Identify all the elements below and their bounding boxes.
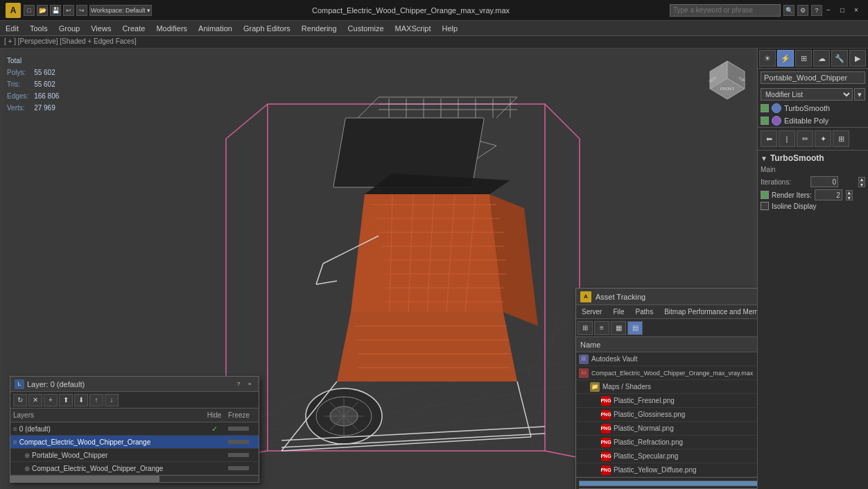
nav-cube[interactable]: FRONT LEFT TOP [703, 54, 752, 103]
menu-rendering[interactable]: Rendering [296, 21, 342, 35]
redo-btn[interactable]: ↪ [76, 5, 87, 16]
panel-icon-4[interactable]: ☁ [813, 50, 830, 67]
menu-group[interactable]: Group [53, 21, 86, 35]
save-btn[interactable]: 💾 [50, 5, 61, 16]
layer-row-compact2[interactable]: ⊕ Compact_Electric_Wood_Chipper_Orange [10, 462, 259, 475]
asset-row-mainfile-name: M Compact_Electric_Wood_Chipper_Orange_m… [576, 368, 757, 378]
layers-tb-move4[interactable]: ↓ [105, 394, 119, 406]
panel-tool-1[interactable]: ⬅ [761, 130, 777, 147]
viewport[interactable]: Total Polys: 55 602 Tris: 55 602 Edges: … [0, 49, 757, 489]
panel-icon-2[interactable]: ⚡ [777, 50, 794, 67]
asset-row-maps[interactable]: 📁 Maps / Shaders [576, 380, 757, 394]
window-controls: − □ × [822, 4, 862, 17]
new-btn[interactable]: □ [24, 5, 35, 16]
workspace-btn[interactable]: Workspace: Default ▾ [89, 5, 152, 16]
layers-question[interactable]: ? [234, 379, 243, 389]
menu-modifiers[interactable]: Modifiers [150, 21, 193, 35]
asset-row-gloss[interactable]: PNG Plastic_Glossiness.png Found [576, 408, 757, 422]
menu-views[interactable]: Views [85, 21, 116, 35]
panel-tool-5[interactable]: ⊞ [833, 130, 849, 147]
asset-row-refraction[interactable]: PNG Plastic_Refraction.png Found [576, 436, 757, 449]
search-btn[interactable]: 🔍 [783, 5, 795, 16]
ts-isoline-checkbox[interactable] [761, 202, 769, 210]
ts-render-input[interactable] [815, 189, 842, 200]
render-down[interactable]: ▼ [846, 196, 853, 200]
menu-graph-editors[interactable]: Graph Editors [238, 21, 296, 35]
asset-logo: A [580, 291, 591, 302]
menu-help[interactable]: Help [437, 21, 464, 35]
asset-menu-server[interactable]: Server [576, 305, 607, 318]
ts-collapse-arrow[interactable]: ▼ [761, 155, 767, 162]
asset-row-fresnel[interactable]: PNG Plastic_Fresnel.png Found [576, 394, 757, 408]
search-input[interactable] [670, 4, 781, 17]
modifier-editable-poly[interactable]: Editable Poly [758, 114, 868, 127]
ts-render-checkbox[interactable] [761, 191, 769, 199]
ts-iterations-input[interactable] [810, 176, 838, 187]
render-up[interactable]: ▲ [846, 190, 853, 195]
editable-poly-checkbox[interactable] [761, 117, 769, 125]
minimize-btn[interactable]: − [822, 4, 835, 17]
iterations-down[interactable]: ▼ [858, 182, 865, 187]
maximize-btn[interactable]: □ [836, 4, 849, 17]
layers-tb-refresh[interactable]: ↻ [13, 394, 27, 406]
asset-rows: 🏛 Autodesk Vault Logged M Compact_Electr… [576, 352, 757, 477]
polys-value: 55 602 [34, 67, 59, 78]
asset-row-specular[interactable]: PNG Plastic_Specular.png Found [576, 449, 757, 463]
undo-btn[interactable]: ↩ [63, 5, 74, 16]
options-btn[interactable]: ⚙ [797, 5, 808, 16]
panel-tool-2[interactable]: | [779, 130, 795, 147]
asset-tb-2[interactable]: ≡ [594, 321, 609, 335]
ts-iterations-label: Iterations: [761, 178, 791, 186]
layer-row-portable-name: ⊕ Portable_Wood_Chipper [13, 452, 200, 459]
panel-icon-5[interactable]: 🔧 [831, 50, 848, 67]
menu-maxscript[interactable]: MAXScript [390, 21, 437, 35]
panel-icon-3[interactable]: ⊞ [795, 50, 812, 67]
asset-row-mainfile[interactable]: M Compact_Electric_Wood_Chipper_Orange_m… [576, 366, 757, 380]
menu-edit[interactable]: Edit [0, 21, 24, 35]
svg-marker-54 [337, 312, 517, 381]
asset-menu-bitmap[interactable]: Bitmap Performance and Memory [659, 305, 757, 318]
layer-row-default[interactable]: ≡ 0 (default) ✓ [10, 422, 259, 436]
layers-rows: ≡ 0 (default) ✓ ≡ Compact_Electric_Wood_… [10, 422, 259, 475]
layers-tb-add[interactable]: + [44, 394, 58, 406]
panel-tool-4[interactable]: ✦ [815, 130, 831, 147]
open-btn[interactable]: 📂 [37, 5, 48, 16]
panel-icon-1[interactable]: ☀ [759, 50, 776, 67]
polys-label: Polys: [7, 67, 33, 78]
panel-tool-3[interactable]: ✏ [797, 130, 813, 147]
asset-row-normal[interactable]: PNG Plastic_Normal.png Found [576, 422, 757, 436]
panel-icon-6[interactable]: ▶ [849, 50, 866, 67]
layers-tb-move1[interactable]: ⬆ [59, 394, 73, 406]
svg-marker-38 [351, 194, 503, 312]
asset-menu-paths[interactable]: Paths [630, 305, 659, 318]
modifier-arrow[interactable]: ▾ [854, 88, 865, 101]
help-btn[interactable]: ? [811, 5, 822, 16]
asset-progress-fill [580, 481, 757, 486]
layers-tb-move2[interactable]: ⬇ [74, 394, 88, 406]
layer-row-default-check[interactable]: ✓ [200, 424, 228, 434]
menu-animation[interactable]: Animation [193, 21, 238, 35]
menu-create[interactable]: Create [116, 21, 150, 35]
asset-tb-4[interactable]: ▤ [627, 321, 643, 335]
asset-menu-file[interactable]: File [607, 305, 630, 318]
ts-render-label: Render Iters: [772, 191, 812, 199]
menu-tools[interactable]: Tools [24, 21, 53, 35]
asset-tb-3[interactable]: ▦ [611, 321, 626, 335]
layer-row-portable[interactable]: ⊕ Portable_Wood_Chipper [10, 449, 259, 462]
layers-tb-move3[interactable]: ↑ [89, 394, 103, 406]
turbosmooth-checkbox[interactable] [761, 104, 769, 112]
ts-isoline-label: Isoline Display [772, 203, 816, 210]
modifier-dropdown[interactable]: Modifier List [761, 88, 853, 101]
layers-tb-delete[interactable]: ✕ [28, 394, 42, 406]
iterations-up[interactable]: ▲ [858, 177, 865, 182]
object-name-field[interactable]: Portable_Wood_Chipper [761, 71, 865, 84]
modifier-turbosmooth[interactable]: TurboSmooth [758, 102, 868, 114]
asset-tb-1[interactable]: ⊞ [578, 321, 593, 335]
layers-scrollbar[interactable] [10, 475, 259, 482]
layers-close[interactable]: × [245, 379, 254, 389]
close-btn[interactable]: × [850, 4, 862, 17]
layer-row-compact[interactable]: ≡ Compact_Electric_Wood_Chipper_Orange [10, 436, 259, 449]
asset-row-diffuse[interactable]: PNG Plastic_Yellow_Diffuse.png Found [576, 463, 757, 477]
asset-row-vault[interactable]: 🏛 Autodesk Vault Logged [576, 352, 757, 366]
menu-customize[interactable]: Customize [342, 21, 390, 35]
